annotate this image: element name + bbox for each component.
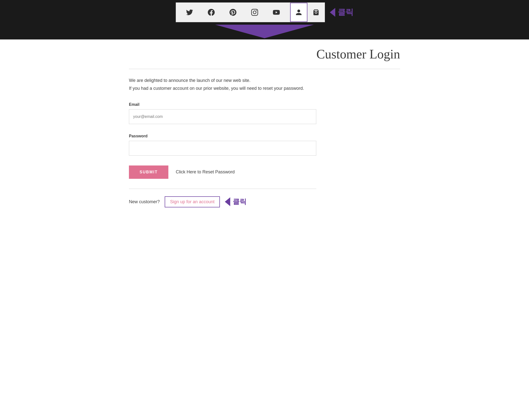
click-label-top: 클릭: [330, 7, 353, 18]
social-icons-group: [176, 3, 290, 22]
arrow-left-bottom-icon: [225, 197, 230, 206]
arrow-left-icon: [330, 8, 335, 17]
email-field[interactable]: [129, 109, 316, 124]
email-group: Email: [129, 102, 316, 131]
purple-chevron: [215, 25, 314, 38]
twitter-icon[interactable]: [181, 3, 198, 22]
youtube-icon[interactable]: [268, 3, 285, 22]
reset-password-link[interactable]: Click Here to Reset Password: [176, 169, 235, 175]
password-label: Password: [129, 134, 316, 138]
password-group: Password: [129, 134, 316, 163]
purple-chevron-container: [0, 25, 529, 39]
top-bar: 클릭: [0, 0, 529, 25]
facebook-icon[interactable]: [203, 3, 220, 22]
page-title: Customer Login: [129, 47, 400, 61]
user-icon-button[interactable]: [290, 3, 307, 22]
main-content: Customer Login We are delighted to annou…: [117, 39, 412, 222]
announcement-text: We are delighted to announce the launch …: [129, 76, 400, 92]
signup-button[interactable]: Sign up for an account: [165, 196, 220, 207]
submit-button[interactable]: SUBMIT: [129, 165, 168, 179]
click-label-bottom: 클릭: [225, 197, 247, 206]
new-customer-row: New customer? Sign up for an account 클릭: [129, 196, 400, 207]
top-divider: [129, 69, 400, 69]
password-field[interactable]: [129, 141, 316, 156]
instagram-icon[interactable]: [246, 3, 263, 22]
pinterest-icon[interactable]: [224, 3, 242, 22]
login-form: Email Password SUBMIT Click Here to Rese…: [129, 102, 316, 179]
submit-row: SUBMIT Click Here to Reset Password: [129, 165, 316, 179]
bottom-divider: [129, 189, 316, 189]
new-customer-label: New customer?: [129, 199, 160, 204]
cart-icon-button[interactable]: [307, 3, 325, 22]
nav-icons-bar: [176, 2, 325, 22]
email-label: Email: [129, 102, 316, 107]
